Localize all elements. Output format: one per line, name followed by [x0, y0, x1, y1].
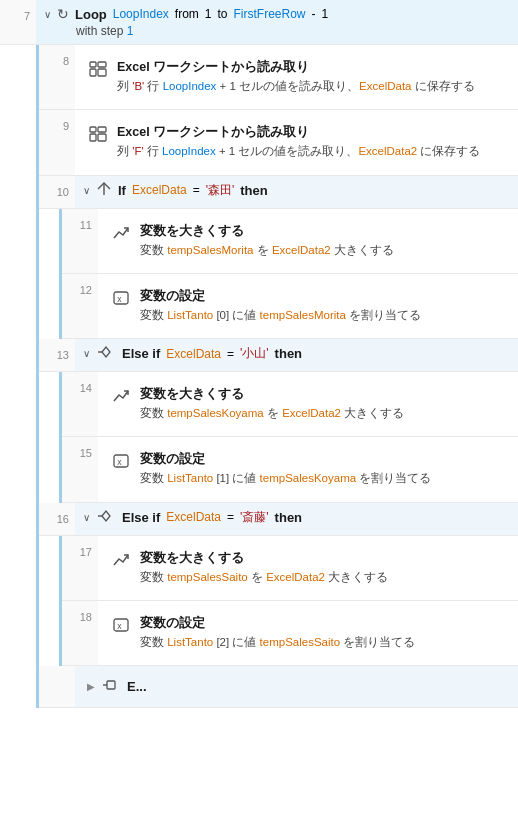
line-num-17: 17: [62, 536, 98, 600]
to-label: to: [218, 7, 228, 21]
elseif-keyword-16: Else if: [122, 510, 160, 525]
line-num-8: 8: [39, 45, 75, 109]
from-label: from: [175, 7, 199, 21]
line-num-7: 7: [0, 0, 36, 44]
row-7: 7 ∨ ↻ Loop LoopIndex from 1 to FirstFree…: [0, 0, 518, 45]
row10-content: ∨ If ExcelData = '森田' then: [75, 176, 518, 208]
if-header-10: ∨ If ExcelData = '森田' then: [83, 182, 510, 199]
svg-rect-18: [107, 681, 115, 689]
row13-content: ∨ Else if ExcelData = '小山' then: [75, 339, 518, 371]
row17-body: 変数を大きくする 変数 tempSalesSaito を ExcelData2 …: [140, 550, 506, 586]
collapse-arrow-10[interactable]: ∨: [83, 185, 90, 196]
if-block-10: 11 変数を大きくする 変数 tempSalesMorita を: [59, 209, 518, 340]
loop-icon: ↻: [57, 6, 69, 22]
loop-step: with step 1: [76, 24, 510, 38]
row17-exceldata2: ExcelData2: [266, 571, 325, 583]
row-19: ▶ E...: [39, 666, 518, 708]
from-val: 1: [205, 7, 212, 21]
row9-desc: 列 'F' 行 LoopIndex + 1 セルの値を読み取り、ExcelDat…: [117, 143, 506, 160]
row11-content: 変数を大きくする 変数 tempSalesMorita を ExcelData2…: [98, 209, 518, 273]
collapse-arrow-13[interactable]: ∨: [83, 348, 90, 359]
minus-val: 1: [322, 7, 329, 21]
line-num-18: 18: [62, 601, 98, 665]
row8-action: Excel ワークシートから読み取り 列 'B' 行 LoopIndex + 1…: [83, 51, 510, 103]
line-num-10: 10: [39, 176, 75, 208]
svg-rect-6: [90, 134, 96, 141]
line-num-16: 16: [39, 503, 75, 535]
elseif-eq-16: =: [227, 510, 234, 524]
elseif-condvar-16: ExcelData: [166, 510, 221, 524]
row15-desc: 変数 ListTanto [1] に値 tempSalesKoyama を割り当…: [140, 470, 506, 487]
else-icon-19: [101, 678, 121, 695]
row8-desc: 列 'B' 行 LoopIndex + 1 セルの値を読み取り、ExcelDat…: [117, 78, 506, 95]
loop-index-var: LoopIndex: [113, 7, 169, 21]
svg-rect-7: [98, 134, 106, 141]
svg-rect-3: [98, 69, 106, 76]
row-10: 10 ∨ If ExcelData = '森田' then: [39, 176, 518, 209]
svg-text:x: x: [117, 622, 122, 631]
elseif-condvar-13: ExcelData: [166, 347, 221, 361]
if-icon-10: [96, 182, 112, 199]
row18-body: 変数の設定 変数 ListTanto [2] に値 tempSalesSaito…: [140, 615, 506, 651]
row12-desc: 変数 ListTanto [0] に値 tempSalesMorita を割り当…: [140, 307, 506, 324]
row19-expand-icon[interactable]: ▶: [87, 681, 95, 692]
row8-col: 'B': [132, 80, 144, 92]
svg-rect-0: [90, 62, 96, 67]
row18-action: x 変数の設定 変数 ListTanto [2] に値 tempSalesSai…: [106, 607, 510, 659]
row9-content: Excel ワークシートから読み取り 列 'F' 行 LoopIndex + 1…: [75, 110, 518, 174]
elseif-condval-16: '斎藤': [240, 509, 269, 526]
row8-exceldata: ExcelData: [359, 80, 411, 92]
row12-content: x 変数の設定 変数 ListTanto [0] に値 tempSalesMor…: [98, 274, 518, 338]
if-eq-10: =: [193, 183, 200, 197]
row-17: 17 変数を大きくする 変数 tempSalesSaito を: [62, 536, 518, 601]
svg-rect-2: [90, 69, 96, 76]
row17-title: 変数を大きくする: [140, 550, 506, 567]
row8-content: Excel ワークシートから読み取り 列 'B' 行 LoopIndex + 1…: [75, 45, 518, 109]
row-11: 11 変数を大きくする 変数 tempSalesMorita を: [62, 209, 518, 274]
collapse-arrow-16[interactable]: ∨: [83, 512, 90, 523]
line-num-13: 13: [39, 339, 75, 371]
elseif-then-16: then: [275, 510, 302, 525]
first-free-row-var: FirstFreeRow: [234, 7, 306, 21]
row-15: 15 x 変数の設定 変数 ListTanto [1] に値 te: [62, 437, 518, 502]
row12-body: 変数の設定 変数 ListTanto [0] に値 tempSalesMorit…: [140, 288, 506, 324]
loop-header: ∨ ↻ Loop LoopIndex from 1 to FirstFreeRo…: [44, 6, 510, 22]
row14-var: tempSalesKoyama: [167, 407, 264, 419]
trend-icon-17: [110, 550, 132, 568]
elseif-keyword-13: Else if: [122, 346, 160, 361]
row17-desc: 変数 tempSalesSaito を ExcelData2 大きくする: [140, 569, 506, 586]
varset-icon-12: x: [110, 288, 132, 306]
row19-content: ▶ E...: [75, 666, 518, 707]
collapse-arrow-7[interactable]: ∨: [44, 9, 51, 20]
else-label-19: E...: [127, 679, 147, 694]
line-num-11: 11: [62, 209, 98, 273]
row11-exceldata2: ExcelData2: [272, 244, 331, 256]
elseif-block-13: 14 変数を大きくする 変数 tempSalesKoyama を: [59, 372, 518, 503]
row14-body: 変数を大きくする 変数 tempSalesKoyama を ExcelData2…: [140, 386, 506, 422]
row11-desc: 変数 tempSalesMorita を ExcelData2 大きくする: [140, 242, 506, 259]
loop-row-content: ∨ ↻ Loop LoopIndex from 1 to FirstFreeRo…: [36, 0, 518, 44]
elseif-then-13: then: [275, 346, 302, 361]
trend-icon-14: [110, 386, 132, 404]
if-then-10: then: [240, 183, 267, 198]
minus-label: -: [312, 7, 316, 21]
row18-content: x 変数の設定 変数 ListTanto [2] に値 tempSalesSai…: [98, 601, 518, 665]
row-14: 14 変数を大きくする 変数 tempSalesKoyama を: [62, 372, 518, 437]
row-9: 9 Excel ワークシートから読み取り 列 'F': [39, 110, 518, 175]
row-18: 18 x 変数の設定 変数 ListTanto [2] に値 te: [62, 601, 518, 666]
row-16: 16 ∨ Else if ExcelData = '斎藤' then: [39, 503, 518, 536]
trend-icon-11: [110, 223, 132, 241]
row14-action: 変数を大きくする 変数 tempSalesKoyama を ExcelData2…: [106, 378, 510, 430]
row15-listtanto: ListTanto: [167, 472, 213, 484]
if-header-16: ∨ Else if ExcelData = '斎藤' then: [83, 509, 510, 526]
elseif-eq-13: =: [227, 347, 234, 361]
grid-icon-9: [87, 124, 109, 142]
row15-title: 変数の設定: [140, 451, 506, 468]
elseif-icon-16: [96, 509, 116, 526]
row9-title: Excel ワークシートから読み取り: [117, 124, 506, 141]
elseif-condval-13: '小山': [240, 345, 269, 362]
line-num-15: 15: [62, 437, 98, 501]
line-num-19: [39, 666, 75, 707]
row9-exceldata2: ExcelData2: [358, 145, 417, 157]
svg-rect-1: [98, 62, 106, 67]
